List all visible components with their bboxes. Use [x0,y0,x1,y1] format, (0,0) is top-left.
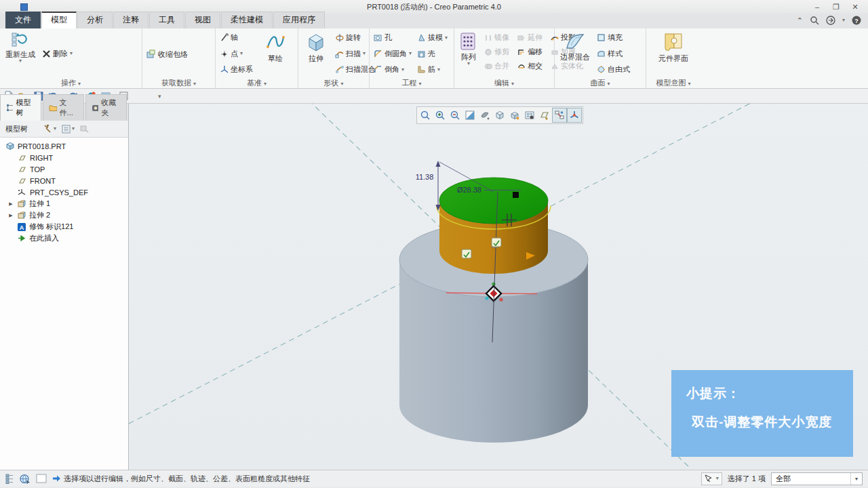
sketch-label: 草绘 [268,54,283,62]
tab-tools[interactable]: 工具 [149,12,184,28]
view-manager-button[interactable] [522,108,537,123]
expand-icon[interactable]: ▶ [8,213,14,218]
tab-favorites[interactable]: 收藏夹 [85,94,127,121]
style-button[interactable]: 样式 [595,48,631,60]
tree-item-extrude-1[interactable]: ▶ 拉伸 1 [0,198,128,209]
zoom-in-button[interactable] [433,108,448,123]
tree-item-csys[interactable]: PRT_CSYS_DEF [0,186,128,198]
offset-button[interactable]: 偏移 [516,46,544,58]
sync-caret-icon[interactable]: ▾ [842,18,845,23]
zoom-out-button[interactable] [448,108,462,123]
help-icon[interactable]: ? [852,16,861,25]
zoom-region-button[interactable] [418,108,433,123]
delete-button[interactable]: 删除 ▾ [41,48,74,60]
filter-combo-caret-icon[interactable]: ▾ [850,473,862,485]
status-bar: 选择项以进行编辑，例如尺寸、截面、轨迹、公差、表面粗糙度或其他特征 ▾ 选择了 … [0,470,868,487]
datum-display-filters-button[interactable] [537,108,552,123]
display-style-button[interactable] [492,108,507,123]
tree-filters-button[interactable]: ▾ [62,125,75,134]
group-label-shapes[interactable]: 形状 ▾ [298,78,369,88]
draft-button[interactable]: 拔模 ▾ [416,32,449,43]
shrinkwrap-button[interactable]: 收缩包络 [145,49,189,60]
tab-flexible-modeling[interactable]: 柔性建模 [221,12,273,28]
graphics-area[interactable]: 11.38 Ø28.38 [129,104,868,470]
extend-label: 延伸 [528,33,542,43]
spin-center-button[interactable] [567,108,582,123]
tree-item-part[interactable]: PRT0018.PRT [0,140,128,152]
group-label-engineering[interactable]: 工程 ▾ [370,78,454,88]
quickbar-customize-caret-icon[interactable]: ▾ [158,94,161,99]
fill-button[interactable]: 填充 [595,32,631,43]
shrinkwrap-icon [146,49,156,59]
minimize-button[interactable]: – [812,3,822,12]
sketch-button[interactable]: 草绘 [260,30,290,64]
axis-button[interactable]: 轴 [218,32,258,43]
draft-caret-icon: ▾ [445,35,448,41]
annotation-display-button[interactable] [552,108,567,123]
tree-item-extrude-2[interactable]: ▶ 拉伸 2 [0,209,128,221]
expand-icon[interactable]: ▶ [8,201,14,207]
model-tree-tab-label: 模型树 [16,98,35,118]
refit-button[interactable] [462,108,477,123]
round-button[interactable]: 倒圆角 ▾ [372,48,413,60]
group-label-model-intent[interactable]: 模型意图 ▾ [646,78,701,88]
collapse-ribbon-icon[interactable]: ⌃ [797,16,803,25]
tab-model-tree[interactable]: 模型树 [0,94,41,121]
csys-button[interactable]: 坐标系 [218,64,258,75]
rib-button[interactable]: 筋 ▾ [416,64,449,75]
tab-view[interactable]: 视图 [185,12,220,28]
search-icon[interactable] [810,16,819,25]
tab-folder-browser[interactable]: 文件... [43,94,84,121]
browser-globe-icon[interactable] [20,474,31,484]
tree-item-right-plane[interactable]: RIGHT [0,152,128,163]
tab-file[interactable]: 文件 [5,12,41,28]
selection-filter-button[interactable]: ▾ [701,472,722,485]
point-button[interactable]: 点 ▾ [218,48,258,60]
repaint-button[interactable] [477,108,492,123]
rib-icon [417,65,426,74]
component-interface-button[interactable]: 元件界面 [656,30,691,64]
folder-tab-label: 文件... [60,98,78,118]
sync-icon[interactable] [826,16,835,25]
merge-label: 合并 [494,61,509,71]
tree-item-cosmetic[interactable]: A 修饰 标识121 [0,221,128,232]
freestyle-button[interactable]: 自由式 [595,64,631,75]
hole-button[interactable]: 孔 [372,32,413,43]
group-label-operations[interactable]: 操作 ▾ [0,78,142,88]
boundary-blend-label: 边界混合 [560,53,590,61]
group-label-edit[interactable]: 编辑 ▾ [454,78,554,88]
tab-analysis[interactable]: 分析 [77,12,113,28]
intersect-button[interactable]: 相交 [516,60,544,72]
filter-combo[interactable]: 全部 ▾ [771,472,863,485]
filter-caret-icon: ▾ [716,476,719,481]
tree-item-insert-here[interactable]: 在此插入 [0,232,128,244]
regenerate-button[interactable]: 重新生成 ▾ [3,30,38,65]
tree-tools-button[interactable]: ▾ [43,124,56,134]
fill-label: 填充 [608,33,623,43]
tab-model[interactable]: 模型 [41,12,77,28]
boundary-blend-button[interactable]: 边界混合 [557,30,593,62]
navigator-toggle-icon[interactable] [5,474,14,484]
delete-caret-icon: ▾ [70,51,73,56]
favorites-tab-label: 收藏夹 [101,98,121,118]
freestyle-label: 自由式 [608,64,630,75]
pattern-button[interactable]: 阵列 ▾ [457,30,480,68]
group-label-get-data[interactable]: 获取数据 ▾ [142,78,215,88]
chamfer-button[interactable]: 倒角 ▾ [372,64,413,75]
restore-button[interactable]: ❐ [831,3,841,12]
tree-item-top-plane[interactable]: TOP [0,163,128,175]
model-tree-title: 模型树 [5,124,28,134]
shell-button[interactable]: 壳 [416,48,449,60]
tab-applications[interactable]: 应用程序 [273,12,325,28]
extrude-button[interactable]: 拉伸 [301,30,331,64]
tab-annotate[interactable]: 注释 [113,12,149,28]
ribbon-tab-row: 文件 模型 分析 注释 工具 视图 柔性建模 应用程序 ⌃ ▾ ? [0,14,868,28]
tree-item-front-plane[interactable]: FRONT [0,175,128,186]
navigator-panel: 模型树 文件... 收藏夹 模型树 ▾ ▾ [0,104,129,470]
blank-box-icon[interactable] [36,474,47,483]
group-edit: 阵列 ▾ 镜像 延伸 投影 [454,28,555,88]
group-label-datum[interactable]: 基准 ▾ [216,78,298,88]
saved-views-button[interactable] [507,108,522,123]
close-button[interactable]: ✕ [850,3,860,12]
group-label-surfaces[interactable]: 曲面 ▾ [555,78,646,88]
